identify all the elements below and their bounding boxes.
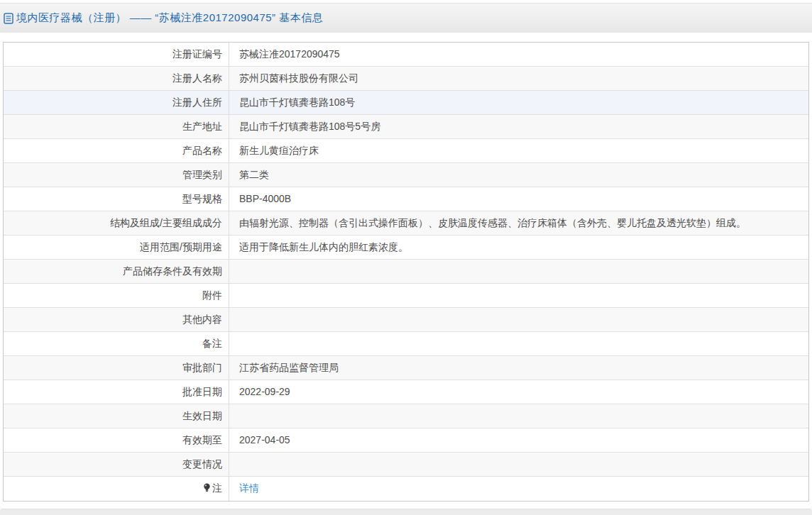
row-value: 由辐射光源、控制器（含引出式操作面板）、皮肤温度传感器、治疗床箱体（含外壳、婴儿… bbox=[229, 211, 808, 235]
table-row: 产品储存条件及有效期 bbox=[4, 260, 808, 284]
row-label-text: 管理类别 bbox=[182, 169, 222, 180]
table-row: 批准日期2022-09-29 bbox=[4, 380, 808, 404]
row-label: 注册人名称 bbox=[4, 67, 229, 90]
row-value: 2027-04-05 bbox=[229, 428, 808, 452]
row-value: 第二类 bbox=[229, 163, 808, 187]
row-label-text: 注册证编号 bbox=[172, 48, 222, 60]
row-label-text: 变更情况 bbox=[182, 458, 222, 470]
table-row: 有效期至2027-04-05 bbox=[4, 428, 808, 453]
row-value: 昆山市千灯镇龚巷路108号 bbox=[229, 91, 808, 114]
row-label-text: 适用范围/预期用途 bbox=[140, 241, 222, 253]
row-label: 型号规格 bbox=[4, 187, 229, 211]
table-row: 产品名称新生儿黄疸治疗床 bbox=[4, 139, 808, 163]
detail-link[interactable]: 详情 bbox=[239, 482, 259, 494]
table-row: 注详情 bbox=[4, 477, 808, 501]
row-label: 其他内容 bbox=[4, 308, 229, 331]
row-label-text: 附件 bbox=[202, 289, 222, 301]
row-value-text: 2022-09-29 bbox=[239, 386, 290, 397]
page-header: 境内医疗器械（注册） —— “苏械注准20172090475” 基本信息 bbox=[0, 3, 812, 33]
row-value: 适用于降低新生儿体内的胆红素浓度。 bbox=[229, 236, 808, 259]
row-label-text: 生效日期 bbox=[182, 410, 222, 421]
table-row: 注册人名称苏州贝茵科技股份有限公司 bbox=[4, 67, 808, 91]
table-row: 型号规格BBP-4000B bbox=[4, 187, 808, 211]
bulb-icon bbox=[203, 477, 211, 501]
row-label: 管理类别 bbox=[4, 163, 229, 187]
table-row: 结构及组成/主要组成成分由辐射光源、控制器（含引出式操作面板）、皮肤温度传感器、… bbox=[4, 211, 808, 236]
row-value: 详情 bbox=[229, 477, 808, 501]
row-value-text: 昆山市千灯镇龚巷路108号 bbox=[239, 96, 355, 108]
table-row: 注册证编号苏械注准20172090475 bbox=[4, 43, 808, 67]
row-value-text: 苏械注准20172090475 bbox=[239, 48, 340, 60]
row-label-text: 型号规格 bbox=[182, 193, 222, 204]
registration-info-table: 注册证编号苏械注准20172090475注册人名称苏州贝茵科技股份有限公司注册人… bbox=[3, 42, 809, 502]
row-value-text: 第二类 bbox=[239, 169, 269, 180]
row-value: 江苏省药品监督管理局 bbox=[229, 356, 808, 380]
row-value-text: 2027-04-05 bbox=[239, 434, 290, 445]
row-label: 生产地址 bbox=[4, 115, 229, 138]
table-row: 附件 bbox=[4, 284, 808, 308]
row-label-text: 注册人住所 bbox=[172, 96, 222, 108]
row-label-text: 结构及组成/主要组成成分 bbox=[110, 217, 222, 228]
row-label-text: 备注 bbox=[202, 338, 222, 349]
row-label: 批准日期 bbox=[4, 380, 229, 404]
row-value bbox=[229, 308, 808, 331]
table-row: 备注 bbox=[4, 332, 808, 356]
row-label: 产品名称 bbox=[4, 139, 229, 162]
row-value-text: 苏州贝茵科技股份有限公司 bbox=[239, 72, 358, 84]
row-label: 变更情况 bbox=[4, 453, 229, 476]
row-label: 生效日期 bbox=[4, 404, 229, 428]
row-value-text: 江苏省药品监督管理局 bbox=[239, 362, 339, 373]
document-icon bbox=[4, 13, 13, 24]
footer-panel-edge bbox=[0, 509, 812, 515]
table-row: 审批部门江苏省药品监督管理局 bbox=[4, 356, 808, 380]
page-title: 境内医疗器械（注册） —— “苏械注准20172090475” 基本信息 bbox=[16, 11, 323, 25]
table-row: 其他内容 bbox=[4, 308, 808, 332]
row-label: 有效期至 bbox=[4, 428, 229, 452]
row-label-text: 产品名称 bbox=[182, 145, 222, 156]
row-label-text: 批准日期 bbox=[182, 386, 222, 397]
row-value-text: 新生儿黄疸治疗床 bbox=[239, 145, 319, 156]
row-label-text: 生产地址 bbox=[182, 121, 222, 132]
row-label: 注册证编号 bbox=[4, 43, 229, 66]
row-label: 审批部门 bbox=[4, 356, 229, 380]
page: 境内医疗器械（注册） —— “苏械注准20172090475” 基本信息 注册证… bbox=[0, 0, 812, 515]
table-row: 适用范围/预期用途适用于降低新生儿体内的胆红素浓度。 bbox=[4, 236, 808, 260]
row-label: 注 bbox=[4, 477, 229, 501]
row-label: 产品储存条件及有效期 bbox=[4, 260, 229, 283]
table-row: 变更情况 bbox=[4, 453, 808, 477]
row-value: 苏械注准20172090475 bbox=[229, 43, 808, 66]
row-label: 附件 bbox=[4, 284, 229, 307]
row-value: 新生儿黄疸治疗床 bbox=[229, 139, 808, 162]
row-value bbox=[229, 260, 808, 283]
row-value-text: 昆山市千灯镇龚巷路108号5号房 bbox=[239, 121, 380, 132]
row-value bbox=[229, 284, 808, 307]
row-label-text: 其他内容 bbox=[182, 314, 222, 325]
row-value: 2022-09-29 bbox=[229, 380, 808, 404]
row-value: 苏州贝茵科技股份有限公司 bbox=[229, 67, 808, 90]
row-value: BBP-4000B bbox=[229, 187, 808, 211]
table-row: 注册人住所昆山市千灯镇龚巷路108号 bbox=[4, 91, 808, 115]
row-value-text: BBP-4000B bbox=[239, 193, 291, 204]
row-label-text: 有效期至 bbox=[182, 434, 222, 445]
table-row: 管理类别第二类 bbox=[4, 163, 808, 187]
table-row: 生效日期 bbox=[4, 404, 808, 428]
row-label-text: 注册人名称 bbox=[172, 72, 222, 84]
row-value: 昆山市千灯镇龚巷路108号5号房 bbox=[229, 115, 808, 138]
row-label-text: 审批部门 bbox=[182, 362, 222, 373]
row-label: 注册人住所 bbox=[4, 91, 229, 114]
row-value bbox=[229, 404, 808, 428]
row-value bbox=[229, 453, 808, 476]
row-value-text: 由辐射光源、控制器（含引出式操作面板）、皮肤温度传感器、治疗床箱体（含外壳、婴儿… bbox=[239, 217, 746, 228]
row-label-text: 产品储存条件及有效期 bbox=[123, 265, 222, 277]
row-label-text: 注 bbox=[212, 482, 222, 494]
row-label: 备注 bbox=[4, 332, 229, 355]
row-label: 结构及组成/主要组成成分 bbox=[4, 211, 229, 235]
row-value bbox=[229, 332, 808, 355]
row-label: 适用范围/预期用途 bbox=[4, 236, 229, 259]
table-row: 生产地址昆山市千灯镇龚巷路108号5号房 bbox=[4, 115, 808, 139]
row-value-text: 适用于降低新生儿体内的胆红素浓度。 bbox=[239, 241, 408, 253]
